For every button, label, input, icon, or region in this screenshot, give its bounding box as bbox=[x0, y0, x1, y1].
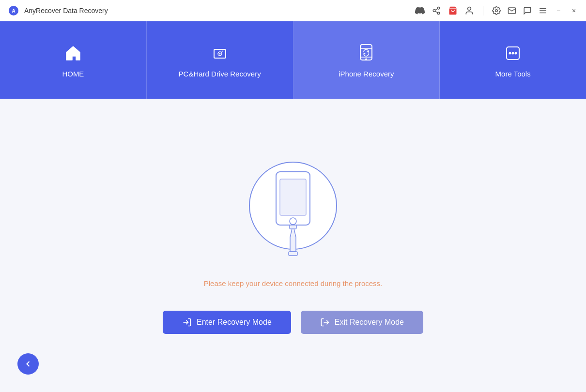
exit-recovery-mode-button[interactable]: Exit Recovery Mode bbox=[301, 311, 423, 334]
svg-point-20 bbox=[365, 58, 367, 60]
svg-point-24 bbox=[515, 52, 517, 54]
svg-point-22 bbox=[509, 52, 511, 54]
back-button[interactable] bbox=[17, 353, 39, 375]
chat-icon[interactable] bbox=[523, 6, 532, 15]
title-bar: A AnyRecover Data Recovery bbox=[0, 0, 586, 21]
svg-line-6 bbox=[435, 8, 437, 10]
nav-label-iphone-recovery: iPhone Recovery bbox=[339, 70, 394, 78]
nav-item-home[interactable]: HOME bbox=[0, 21, 147, 99]
nav-bar: HOME PC&Hard Drive Recovery bbox=[0, 21, 586, 99]
svg-rect-30 bbox=[289, 252, 297, 256]
svg-rect-29 bbox=[290, 225, 296, 229]
share-icon[interactable] bbox=[432, 6, 441, 15]
back-arrow-icon bbox=[23, 359, 33, 369]
svg-text:A: A bbox=[12, 8, 15, 14]
svg-point-9 bbox=[495, 9, 498, 12]
svg-point-8 bbox=[468, 7, 471, 10]
svg-point-15 bbox=[219, 53, 220, 54]
svg-point-3 bbox=[433, 9, 435, 12]
menu-icon[interactable] bbox=[539, 6, 547, 15]
minimize-icon[interactable]: − bbox=[554, 6, 563, 15]
hard-drive-icon bbox=[209, 43, 231, 64]
more-tools-icon bbox=[502, 43, 524, 64]
app-title: AnyRecover Data Recovery bbox=[24, 7, 415, 15]
settings-icon[interactable] bbox=[492, 6, 501, 15]
app-logo: A bbox=[8, 5, 19, 16]
svg-point-28 bbox=[290, 218, 296, 225]
enter-icon bbox=[182, 317, 192, 327]
svg-rect-27 bbox=[280, 179, 306, 215]
home-icon bbox=[62, 43, 84, 64]
nav-item-iphone-recovery[interactable]: iPhone Recovery bbox=[293, 21, 440, 99]
nav-label-pc-recovery: PC&Hard Drive Recovery bbox=[179, 70, 261, 78]
device-illustration bbox=[240, 157, 346, 264]
nav-label-more-tools: More Tools bbox=[495, 70, 531, 78]
separator bbox=[483, 6, 483, 15]
nav-item-more-tools[interactable]: More Tools bbox=[440, 21, 586, 99]
svg-rect-17 bbox=[360, 45, 372, 60]
exit-icon bbox=[320, 317, 330, 327]
buttons-row: Enter Recovery Mode Exit Recovery Mode bbox=[163, 311, 423, 334]
iphone-icon bbox=[356, 43, 376, 64]
svg-point-23 bbox=[512, 52, 514, 54]
svg-line-16 bbox=[222, 51, 223, 52]
discord-icon[interactable] bbox=[415, 6, 425, 15]
svg-line-5 bbox=[435, 11, 437, 13]
enter-recovery-mode-button[interactable]: Enter Recovery Mode bbox=[163, 311, 291, 334]
nav-item-pc-recovery[interactable]: PC&Hard Drive Recovery bbox=[147, 21, 293, 99]
titlebar-icon-group: − × bbox=[415, 6, 578, 15]
close-icon[interactable]: × bbox=[570, 6, 578, 15]
cart-icon[interactable] bbox=[448, 6, 458, 15]
mail-icon[interactable] bbox=[508, 6, 516, 15]
user-icon[interactable] bbox=[464, 6, 474, 15]
main-content: Please keep your device connected during… bbox=[0, 99, 586, 392]
status-text: Please keep your device connected during… bbox=[204, 279, 383, 287]
svg-point-4 bbox=[437, 12, 440, 15]
svg-point-2 bbox=[437, 7, 440, 9]
nav-label-home: HOME bbox=[62, 70, 84, 78]
